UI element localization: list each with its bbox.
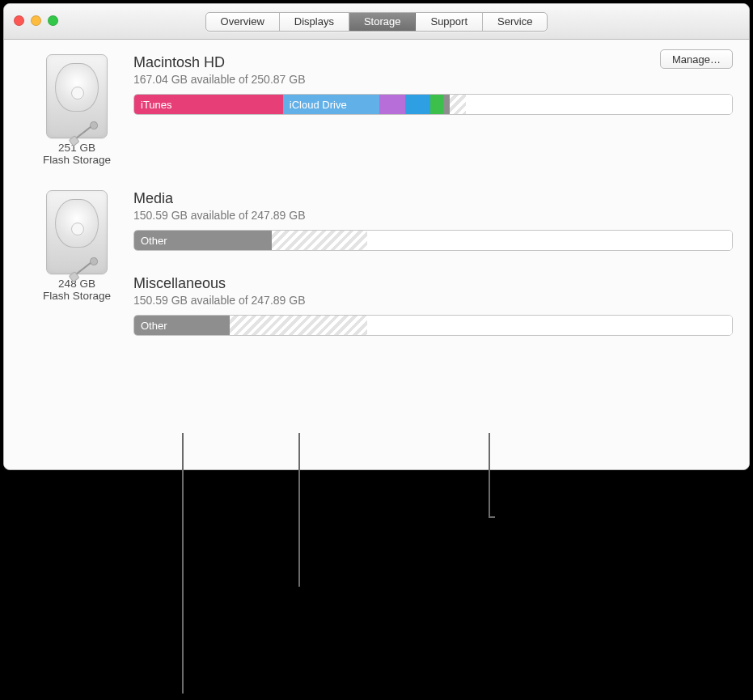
volume-available-label: 167.04 GB available of 250.87 GB [133, 73, 733, 86]
drive-row: 248 GBFlash StorageMedia150.59 GB availa… [20, 190, 733, 360]
storage-usage-bar: iTunesiCloud Drive [133, 94, 733, 115]
callout-line [489, 433, 490, 518]
hard-drive-icon [46, 190, 108, 274]
titlebar: OverviewDisplaysStorageSupportService [4, 4, 749, 40]
drive-icon-column: 248 GBFlash Storage [20, 190, 133, 302]
minimize-window-button[interactable] [31, 15, 41, 26]
storage-segment [430, 95, 443, 114]
volume-name: Media [133, 190, 733, 207]
manage-button[interactable]: Manage… [660, 49, 733, 69]
volume-name: Miscellaneous [133, 275, 733, 292]
storage-segment: iTunes [134, 95, 283, 114]
volume-available-label: 150.59 GB available of 247.89 GB [133, 209, 733, 222]
storage-segment [367, 231, 732, 250]
drive-type-label: Flash Storage [20, 290, 133, 302]
tab-bar: OverviewDisplaysStorageSupportService [205, 12, 548, 32]
close-window-button[interactable] [14, 15, 24, 26]
drive-type-label: Flash Storage [20, 154, 133, 166]
storage-pane: 251 GBFlash StorageMacintosh HD167.04 GB… [4, 40, 749, 469]
callout-line [298, 433, 300, 587]
storage-usage-bar: Other [133, 315, 733, 336]
about-this-mac-window: OverviewDisplaysStorageSupportService 25… [3, 3, 750, 470]
tab-overview[interactable]: Overview [206, 13, 280, 31]
storage-segment [405, 95, 431, 114]
storage-segment: Other [134, 316, 230, 335]
storage-segment [230, 316, 367, 335]
volumes-column: Media150.59 GB available of 247.89 GBOth… [133, 190, 733, 360]
window-controls [14, 15, 58, 26]
storage-segment [466, 95, 732, 114]
drive-row: 251 GBFlash StorageMacintosh HD167.04 GB… [20, 54, 733, 166]
storage-segment [272, 231, 367, 250]
volume-block: Macintosh HD167.04 GB available of 250.8… [133, 54, 733, 115]
tab-displays[interactable]: Displays [280, 13, 349, 31]
tab-support[interactable]: Support [416, 13, 483, 31]
volume-block: Media150.59 GB available of 247.89 GBOth… [133, 190, 733, 251]
callout-line [182, 433, 184, 694]
callout-line [489, 516, 495, 518]
storage-segment [367, 316, 732, 335]
drive-icon-column: 251 GBFlash Storage [20, 54, 133, 166]
volume-name: Macintosh HD [133, 54, 733, 71]
hard-drive-icon [46, 54, 108, 138]
storage-segment: Other [134, 231, 272, 250]
tab-service[interactable]: Service [483, 13, 547, 31]
storage-segment [450, 95, 465, 114]
volume-available-label: 150.59 GB available of 247.89 GB [133, 294, 733, 307]
storage-segment [443, 95, 450, 114]
tab-storage[interactable]: Storage [349, 13, 417, 31]
storage-usage-bar: Other [133, 230, 733, 251]
volumes-column: Macintosh HD167.04 GB available of 250.8… [133, 54, 733, 139]
storage-segment: iCloud Drive [283, 95, 379, 114]
storage-segment [379, 95, 405, 114]
zoom-window-button[interactable] [48, 15, 58, 26]
volume-block: Miscellaneous150.59 GB available of 247.… [133, 275, 733, 336]
